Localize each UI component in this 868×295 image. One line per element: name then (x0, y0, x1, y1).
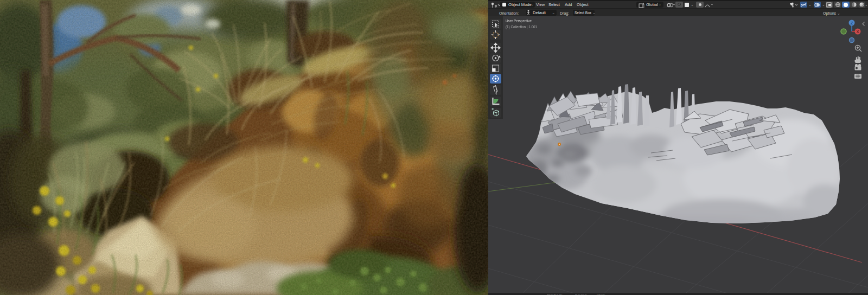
svg-text:Z: Z (851, 21, 853, 25)
svg-text:X: X (856, 29, 859, 34)
